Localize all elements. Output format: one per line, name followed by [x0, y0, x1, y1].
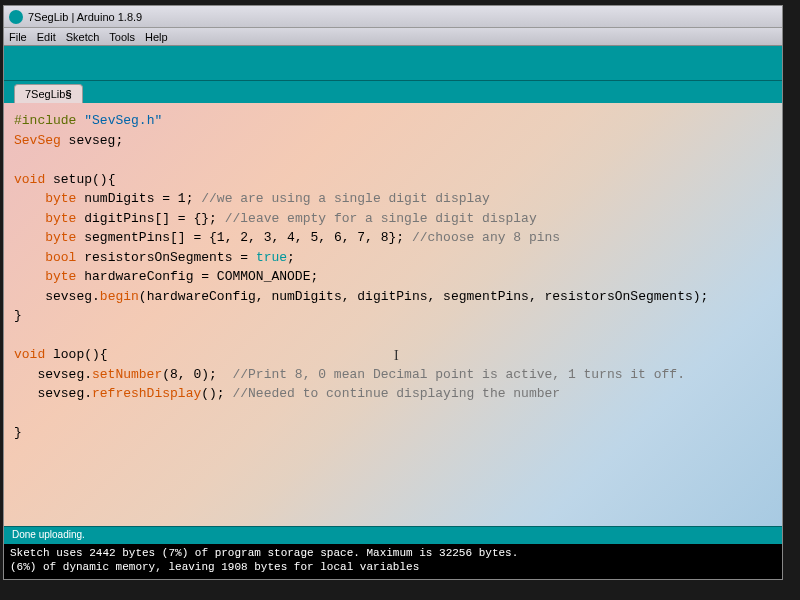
menu-tools[interactable]: Tools — [109, 31, 135, 43]
code-token: segmentPins[] = {1, 2, 3, 4, 5, 6, 7, 8}… — [76, 230, 411, 245]
menu-help[interactable]: Help — [145, 31, 168, 43]
menu-file[interactable]: File — [9, 31, 27, 43]
code-token: hardwareConfig = COMMON_ANODE; — [76, 269, 318, 284]
code-token: //choose any 8 pins — [412, 230, 560, 245]
code-token: } — [14, 308, 22, 323]
console-line: (6%) of dynamic memory, leaving 1908 byt… — [10, 560, 776, 574]
code-token: SevSeg — [14, 133, 61, 148]
code-token: (); — [201, 386, 232, 401]
code-token: void — [14, 172, 45, 187]
code-token: sevseg. — [14, 386, 92, 401]
menu-edit[interactable]: Edit — [37, 31, 56, 43]
arduino-icon — [9, 10, 23, 24]
code-token: byte — [45, 230, 76, 245]
window-title: 7SegLib | Arduino 1.8.9 — [28, 11, 142, 23]
code-token: #include — [14, 113, 76, 128]
code-token: setup(){ — [45, 172, 115, 187]
code-token: setNumber — [92, 367, 162, 382]
code-token: (8, 0); — [162, 367, 232, 382]
text-cursor-icon: I — [394, 348, 399, 364]
arduino-ide-window: 7SegLib | Arduino 1.8.9 File Edit Sketch… — [3, 5, 783, 580]
code-token: true — [256, 250, 287, 265]
code-token: byte — [45, 191, 76, 206]
code-token: loop(){ — [45, 347, 107, 362]
code-token: sevseg. — [14, 367, 92, 382]
code-token: resistorsOnSegments = — [76, 250, 255, 265]
code-token: //leave empty for a single digit display — [225, 211, 537, 226]
code-token: //we are using a single digit display — [201, 191, 490, 206]
output-console[interactable]: Sketch uses 2442 bytes (7%) of program s… — [4, 544, 782, 579]
code-token: ; — [287, 250, 295, 265]
code-token: begin — [100, 289, 139, 304]
code-token: numDigits = 1; — [76, 191, 201, 206]
tab-bar: 7SegLib§ — [4, 81, 782, 103]
code-token: sevseg. — [14, 289, 100, 304]
code-token: void — [14, 347, 45, 362]
sketch-tab[interactable]: 7SegLib§ — [14, 84, 83, 103]
code-token: } — [14, 425, 22, 440]
menu-sketch[interactable]: Sketch — [66, 31, 100, 43]
tab-modified-marker: § — [65, 88, 71, 100]
tab-label: 7SegLib — [25, 88, 65, 100]
menubar: File Edit Sketch Tools Help — [4, 28, 782, 46]
code-token: //Print 8, 0 mean Decimal point is activ… — [232, 367, 684, 382]
code-editor[interactable]: #include "SevSeg.h" SevSeg sevseg; void … — [4, 103, 782, 526]
toolbar — [4, 46, 782, 81]
code-token: bool — [45, 250, 76, 265]
status-text: Done uploading. — [12, 529, 85, 540]
code-token: byte — [45, 269, 76, 284]
code-token: byte — [45, 211, 76, 226]
code-token: digitPins[] = {}; — [76, 211, 224, 226]
titlebar: 7SegLib | Arduino 1.8.9 — [4, 6, 782, 28]
code-token: "SevSeg.h" — [84, 113, 162, 128]
code-token: refreshDisplay — [92, 386, 201, 401]
code-token: (hardwareConfig, numDigits, digitPins, s… — [139, 289, 709, 304]
status-bar: Done uploading. — [4, 526, 782, 544]
code-token: //Needed to continue displaying the numb… — [232, 386, 560, 401]
code-token: sevseg; — [61, 133, 123, 148]
console-line: Sketch uses 2442 bytes (7%) of program s… — [10, 546, 776, 560]
